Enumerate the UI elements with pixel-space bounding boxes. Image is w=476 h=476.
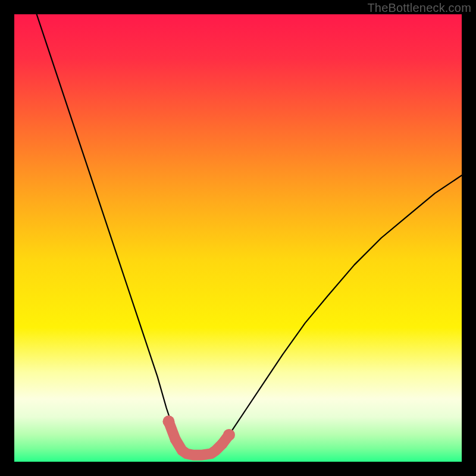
watermark-text: TheBottleneck.com [367,1,471,15]
chart-frame [14,14,462,462]
highlight-dot [217,439,228,449]
chart-svg [14,14,462,462]
highlight-dot [162,415,174,427]
gradient-background [14,14,462,462]
highlight-dot [223,429,235,441]
highlight-dot [170,434,181,444]
